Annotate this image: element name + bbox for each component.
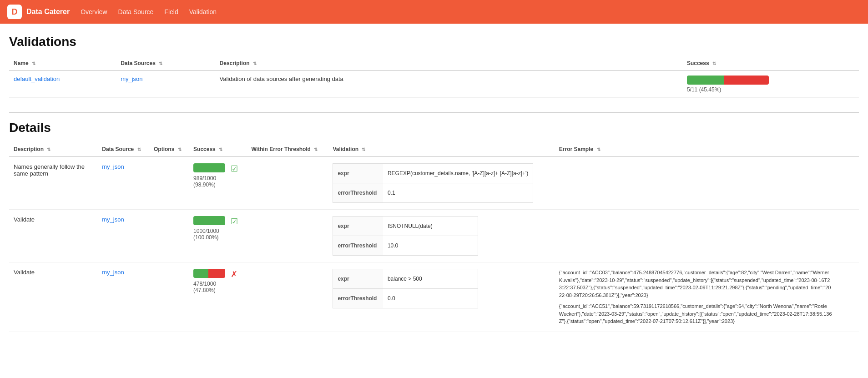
brand-icon: D xyxy=(7,5,22,19)
detail-ds-2[interactable]: my_json xyxy=(102,269,124,276)
val-value: 10.0 xyxy=(383,236,478,256)
success-inline-1: ☑ xyxy=(193,216,242,227)
details-row-0: Names generally follow the same pattern … xyxy=(9,156,859,210)
success-count-0: 989/1000 (98.90%) xyxy=(193,175,242,188)
sort-icon-detail-ds: ⇅ xyxy=(137,147,141,152)
validation-row: errorThreshold 10.0 xyxy=(333,236,478,256)
col-header-datasources: Data Sources ⇅ xyxy=(116,56,215,71)
nav-validation[interactable]: Validation xyxy=(189,8,217,15)
sort-icon-detail-desc: ⇅ xyxy=(47,147,50,152)
success-bar-2 xyxy=(193,269,225,278)
detail-desc-2: Validate xyxy=(14,269,35,276)
validations-table: Name ⇅ Data Sources ⇅ Description ⇅ Succ… xyxy=(9,56,859,98)
val-key: errorThreshold xyxy=(333,289,383,308)
validation-subtable-0: expr REGEXP(customer_details.name, '[A-Z… xyxy=(333,163,533,203)
validation-datasource-link[interactable]: my_json xyxy=(121,76,142,82)
section-divider xyxy=(9,112,859,113)
details-row-1: Validate my_json ☑ xyxy=(9,210,859,262)
val-value: REGEXP(customer_details.name, '[A-Z][a-z… xyxy=(383,164,533,183)
col-header-description: Description ⇅ xyxy=(215,56,682,71)
details-table: Description ⇅ Data Source ⇅ Options ⇅ Su… xyxy=(9,142,859,332)
val-key: errorThreshold xyxy=(333,183,383,203)
progress-red xyxy=(724,76,769,85)
nav-data-source[interactable]: Data Source xyxy=(118,8,154,15)
success-count-2: 478/1000 (47.80%) xyxy=(193,281,242,293)
validations-section: Validations Name ⇅ Data Sources ⇅ Descri… xyxy=(9,35,859,98)
success-bar-0 xyxy=(193,163,225,172)
success-green-2 xyxy=(193,269,208,278)
nav-links: Overview Data Source Field Validation xyxy=(81,8,217,15)
details-section: Details Description ⇅ Data Source ⇅ Opti… xyxy=(9,121,859,332)
validation-row: expr ISNOTNULL(date) xyxy=(333,217,478,236)
detail-desc-0: Names generally follow the same pattern xyxy=(14,163,85,177)
col-header-detail-desc: Description ⇅ xyxy=(9,142,97,156)
col-header-detail-success: Success ⇅ xyxy=(189,142,247,156)
validation-row: errorThreshold 0.0 xyxy=(333,289,478,308)
val-key: expr xyxy=(333,217,383,236)
success-red-2 xyxy=(208,269,225,278)
col-header-detail-validation: Validation ⇅ xyxy=(328,142,554,156)
error-sample-2: {"account_id":"ACC03","balance":475.2488… xyxy=(559,269,832,325)
success-count-1: 1000/1000 (100.00%) xyxy=(193,228,242,241)
detail-ds-1[interactable]: my_json xyxy=(102,216,124,223)
sort-icon-description: ⇅ xyxy=(253,61,257,66)
progress-green xyxy=(687,76,724,85)
sort-icon-detail-success: ⇅ xyxy=(219,147,222,152)
sort-icon-name: ⇅ xyxy=(32,61,35,66)
col-header-detail-ds: Data Source ⇅ xyxy=(97,142,149,156)
validation-subtable-2: expr balance > 500 errorThreshold 0.0 xyxy=(333,269,478,308)
brand-link[interactable]: D Data Caterer xyxy=(7,5,70,19)
validation-name-link[interactable]: default_validation xyxy=(14,76,60,82)
sort-icon-detail-err: ⇅ xyxy=(597,147,601,152)
success-inline-2: ✗ xyxy=(193,269,242,280)
nav-field[interactable]: Field xyxy=(164,8,178,15)
sort-icon-detail-threshold: ⇅ xyxy=(314,147,318,152)
success-inline-0: ☑ xyxy=(193,163,242,174)
val-key: expr xyxy=(333,164,383,183)
val-value: 0.1 xyxy=(383,183,533,203)
val-value: 0.0 xyxy=(383,289,478,308)
check-icon-0: ☑ xyxy=(231,164,238,174)
col-header-detail-errorsample: Error Sample ⇅ xyxy=(555,142,859,156)
val-value: ISNOTNULL(date) xyxy=(383,217,478,236)
validation-row: expr REGEXP(customer_details.name, '[A-Z… xyxy=(333,164,533,183)
table-row: default_validation my_json Validation of… xyxy=(9,71,859,98)
success-green-0 xyxy=(193,163,225,172)
validation-row: expr balance > 500 xyxy=(333,269,478,289)
val-key: expr xyxy=(333,269,383,289)
val-value: balance > 500 xyxy=(383,269,478,289)
col-header-name: Name ⇅ xyxy=(9,56,116,71)
navbar: D Data Caterer Overview Data Source Fiel… xyxy=(0,0,868,24)
col-header-success: Success ⇅ xyxy=(682,56,859,71)
details-title: Details xyxy=(9,121,859,135)
details-row-2: Validate my_json ✗ xyxy=(9,262,859,332)
col-header-detail-options: Options ⇅ xyxy=(149,142,189,156)
brand-name: Data Caterer xyxy=(26,8,70,16)
validation-progress-bar xyxy=(687,76,769,85)
validations-title: Validations xyxy=(9,35,859,49)
progress-text: 5/11 (45.45%) xyxy=(687,86,854,93)
col-header-detail-threshold: Within Error Threshold ⇅ xyxy=(247,142,328,156)
cross-icon-2: ✗ xyxy=(231,269,237,279)
detail-ds-0[interactable]: my_json xyxy=(102,163,124,170)
sort-icon-detail-options: ⇅ xyxy=(178,147,182,152)
success-bar-1 xyxy=(193,216,225,225)
sort-icon-datasources: ⇅ xyxy=(159,61,162,66)
main-content: Validations Name ⇅ Data Sources ⇅ Descri… xyxy=(0,24,868,358)
success-green-1 xyxy=(193,216,225,225)
val-key: errorThreshold xyxy=(333,236,383,256)
sort-icon-success: ⇅ xyxy=(712,61,716,66)
detail-desc-1: Validate xyxy=(14,216,35,223)
validation-description: Validation of data sources after generat… xyxy=(220,76,343,82)
check-icon-1: ☑ xyxy=(231,217,238,227)
validation-row: errorThreshold 0.1 xyxy=(333,183,533,203)
sort-icon-detail-val: ⇅ xyxy=(362,147,365,152)
nav-overview[interactable]: Overview xyxy=(81,8,107,15)
validation-subtable-1: expr ISNOTNULL(date) errorThreshold 10.0 xyxy=(333,216,478,256)
